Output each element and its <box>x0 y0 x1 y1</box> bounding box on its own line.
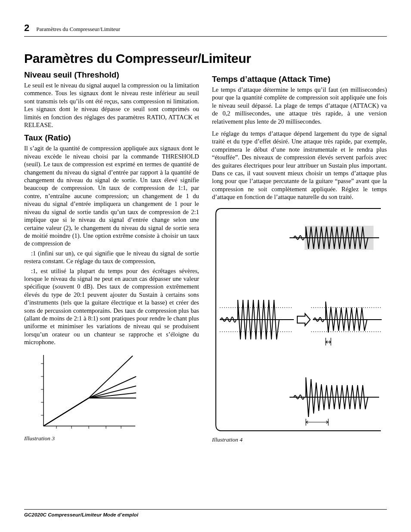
paragraph: Le réglage du temps d’attaque dépend lar… <box>212 130 387 201</box>
two-column-body: Niveau seuil (Threshold) Le seuil est le… <box>24 70 387 510</box>
paragraph: :1 (infini sur un), ce qui signifie que … <box>24 249 199 265</box>
page-footer: GC2020C Compresseur/Limiteur Mode d’empl… <box>24 509 387 517</box>
figure-caption: Illustration 3 <box>24 435 199 442</box>
heading-attack: Temps d’attaque (Attack Time) <box>212 75 387 84</box>
running-header: 2 Paramètres du Compresseur/Limiteur <box>24 22 387 37</box>
paragraph: :1, est utilisé la plupart du temps pour… <box>24 267 199 346</box>
page-number: 2 <box>24 22 29 34</box>
ratio-chart-icon <box>24 351 140 432</box>
heading-threshold: Niveau seuil (Threshold) <box>24 70 199 80</box>
paragraph: Le temps d’attaque détermine le temps qu… <box>212 86 387 125</box>
attack-waveforms-icon <box>212 205 382 434</box>
section-title: Paramètres du Compresseur/Limiteur <box>24 51 387 66</box>
running-title: Paramètres du Compresseur/Limiteur <box>36 26 120 33</box>
figure-4: Illustration 4 <box>212 205 387 443</box>
figure-3: Illustration 3 <box>24 351 199 442</box>
paragraph: Il s’agit de la quantité de compression … <box>24 144 199 247</box>
heading-ratio: Taux (Ratio) <box>24 133 199 143</box>
paragraph: Le seuil est le niveau du signal auquel … <box>24 81 199 129</box>
page: 2 Paramètres du Compresseur/Limiteur Par… <box>0 0 411 532</box>
figure-caption: Illustration 4 <box>212 436 387 443</box>
